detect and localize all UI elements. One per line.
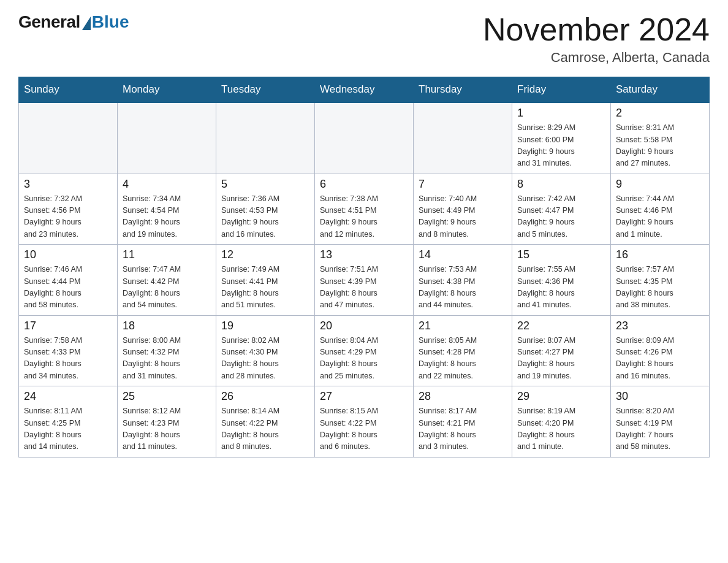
weekday-header-tuesday: Tuesday [216,77,315,103]
day-number: 21 [419,320,507,332]
day-info: Sunrise: 8:04 AMSunset: 4:29 PMDaylight:… [320,335,408,383]
calendar-day-cell: 14Sunrise: 7:53 AMSunset: 4:38 PMDayligh… [414,245,512,316]
day-info: Sunrise: 7:53 AMSunset: 4:38 PMDaylight:… [419,264,507,312]
day-info: Sunrise: 7:40 AMSunset: 4:49 PMDaylight:… [419,193,507,241]
calendar-day-cell [118,102,216,174]
calendar-day-cell: 27Sunrise: 8:15 AMSunset: 4:22 PMDayligh… [315,386,414,458]
day-number: 15 [517,248,605,261]
day-number: 24 [24,390,112,403]
day-number: 1 [517,107,605,120]
day-info: Sunrise: 7:38 AMSunset: 4:51 PMDaylight:… [320,193,408,241]
logo: General Blue [18,12,129,32]
day-number: 2 [616,107,704,120]
day-number: 18 [123,320,211,332]
day-number: 11 [123,248,211,261]
calendar-day-cell: 5Sunrise: 7:36 AMSunset: 4:53 PMDaylight… [216,174,315,245]
day-number: 23 [616,320,704,332]
day-info: Sunrise: 8:29 AMSunset: 6:00 PMDaylight:… [517,122,605,170]
calendar-day-cell: 23Sunrise: 8:09 AMSunset: 4:26 PMDayligh… [611,315,710,386]
day-number: 12 [221,248,309,261]
calendar-week-3: 10Sunrise: 7:46 AMSunset: 4:44 PMDayligh… [19,245,710,316]
calendar-week-5: 24Sunrise: 8:11 AMSunset: 4:25 PMDayligh… [19,386,710,458]
calendar-week-1: 1Sunrise: 8:29 AMSunset: 6:00 PMDaylight… [19,102,710,174]
day-number: 14 [419,248,507,261]
calendar-day-cell: 6Sunrise: 7:38 AMSunset: 4:51 PMDaylight… [315,174,414,245]
weekday-header-monday: Monday [118,77,216,103]
calendar-day-cell: 26Sunrise: 8:14 AMSunset: 4:22 PMDayligh… [216,386,315,458]
calendar-day-cell: 11Sunrise: 7:47 AMSunset: 4:42 PMDayligh… [118,245,216,316]
calendar-day-cell: 12Sunrise: 7:49 AMSunset: 4:41 PMDayligh… [216,245,315,316]
day-info: Sunrise: 7:58 AMSunset: 4:33 PMDaylight:… [24,335,112,383]
day-number: 29 [517,390,605,403]
calendar-day-cell: 10Sunrise: 7:46 AMSunset: 4:44 PMDayligh… [19,245,118,316]
day-number: 19 [221,320,309,332]
day-info: Sunrise: 7:36 AMSunset: 4:53 PMDaylight:… [221,193,309,241]
calendar-day-cell: 7Sunrise: 7:40 AMSunset: 4:49 PMDaylight… [414,174,512,245]
weekday-header-saturday: Saturday [611,77,710,103]
day-info: Sunrise: 8:07 AMSunset: 4:27 PMDaylight:… [517,335,605,383]
day-number: 6 [320,178,408,191]
day-info: Sunrise: 7:51 AMSunset: 4:39 PMDaylight:… [320,264,408,312]
day-info: Sunrise: 7:44 AMSunset: 4:46 PMDaylight:… [616,193,704,241]
calendar-day-cell: 3Sunrise: 7:32 AMSunset: 4:56 PMDaylight… [19,174,118,245]
day-info: Sunrise: 8:14 AMSunset: 4:22 PMDaylight:… [221,405,309,453]
weekday-header-thursday: Thursday [414,77,512,103]
calendar-day-cell: 20Sunrise: 8:04 AMSunset: 4:29 PMDayligh… [315,315,414,386]
day-info: Sunrise: 8:20 AMSunset: 4:19 PMDaylight:… [616,405,704,453]
calendar-day-cell: 19Sunrise: 8:02 AMSunset: 4:30 PMDayligh… [216,315,315,386]
calendar-day-cell: 30Sunrise: 8:20 AMSunset: 4:19 PMDayligh… [611,386,710,458]
day-info: Sunrise: 8:05 AMSunset: 4:28 PMDaylight:… [419,335,507,383]
day-info: Sunrise: 8:09 AMSunset: 4:26 PMDaylight:… [616,335,704,383]
day-info: Sunrise: 7:47 AMSunset: 4:42 PMDaylight:… [123,264,211,312]
day-number: 5 [221,178,309,191]
calendar-day-cell: 24Sunrise: 8:11 AMSunset: 4:25 PMDayligh… [19,386,118,458]
day-info: Sunrise: 7:49 AMSunset: 4:41 PMDaylight:… [221,264,309,312]
day-number: 27 [320,390,408,403]
calendar-day-cell: 28Sunrise: 8:17 AMSunset: 4:21 PMDayligh… [414,386,512,458]
calendar-week-4: 17Sunrise: 7:58 AMSunset: 4:33 PMDayligh… [19,315,710,386]
day-number: 7 [419,178,507,191]
calendar-day-cell: 17Sunrise: 7:58 AMSunset: 4:33 PMDayligh… [19,315,118,386]
calendar-day-cell [315,102,414,174]
day-number: 25 [123,390,211,403]
day-info: Sunrise: 7:32 AMSunset: 4:56 PMDaylight:… [24,193,112,241]
calendar-day-cell [414,102,512,174]
calendar-week-2: 3Sunrise: 7:32 AMSunset: 4:56 PMDaylight… [19,174,710,245]
day-info: Sunrise: 8:02 AMSunset: 4:30 PMDaylight:… [221,335,309,383]
day-number: 28 [419,390,507,403]
calendar-day-cell: 4Sunrise: 7:34 AMSunset: 4:54 PMDaylight… [118,174,216,245]
calendar-day-cell: 22Sunrise: 8:07 AMSunset: 4:27 PMDayligh… [512,315,611,386]
day-info: Sunrise: 8:19 AMSunset: 4:20 PMDaylight:… [517,405,605,453]
day-number: 4 [123,178,211,191]
calendar-day-cell: 18Sunrise: 8:00 AMSunset: 4:32 PMDayligh… [118,315,216,386]
day-number: 22 [517,320,605,332]
header: General Blue November 2024 Camrose, Albe… [18,12,710,66]
day-number: 20 [320,320,408,332]
day-number: 17 [24,320,112,332]
calendar-body: 1Sunrise: 8:29 AMSunset: 6:00 PMDaylight… [19,102,710,457]
day-info: Sunrise: 7:42 AMSunset: 4:47 PMDaylight:… [517,193,605,241]
day-info: Sunrise: 8:12 AMSunset: 4:23 PMDaylight:… [123,405,211,453]
day-info: Sunrise: 8:15 AMSunset: 4:22 PMDaylight:… [320,405,408,453]
weekday-header-sunday: Sunday [19,77,118,103]
weekday-header-row: SundayMondayTuesdayWednesdayThursdayFrid… [19,77,710,103]
calendar-header: SundayMondayTuesdayWednesdayThursdayFrid… [19,77,710,103]
day-number: 10 [24,248,112,261]
calendar-day-cell: 15Sunrise: 7:55 AMSunset: 4:36 PMDayligh… [512,245,611,316]
month-title: November 2024 [483,12,710,47]
day-info: Sunrise: 8:31 AMSunset: 5:58 PMDaylight:… [616,122,704,170]
calendar-day-cell: 2Sunrise: 8:31 AMSunset: 5:58 PMDaylight… [611,102,710,174]
day-info: Sunrise: 8:11 AMSunset: 4:25 PMDaylight:… [24,405,112,453]
logo-blue-text: Blue [92,12,129,32]
calendar-day-cell: 13Sunrise: 7:51 AMSunset: 4:39 PMDayligh… [315,245,414,316]
calendar-day-cell [216,102,315,174]
calendar-day-cell: 16Sunrise: 7:57 AMSunset: 4:35 PMDayligh… [611,245,710,316]
day-number: 16 [616,248,704,261]
day-info: Sunrise: 7:34 AMSunset: 4:54 PMDaylight:… [123,193,211,241]
day-number: 13 [320,248,408,261]
calendar-day-cell: 8Sunrise: 7:42 AMSunset: 4:47 PMDaylight… [512,174,611,245]
day-info: Sunrise: 8:00 AMSunset: 4:32 PMDaylight:… [123,335,211,383]
calendar-day-cell: 21Sunrise: 8:05 AMSunset: 4:28 PMDayligh… [414,315,512,386]
day-info: Sunrise: 7:46 AMSunset: 4:44 PMDaylight:… [24,264,112,312]
title-area: November 2024 Camrose, Alberta, Canada [483,12,710,66]
